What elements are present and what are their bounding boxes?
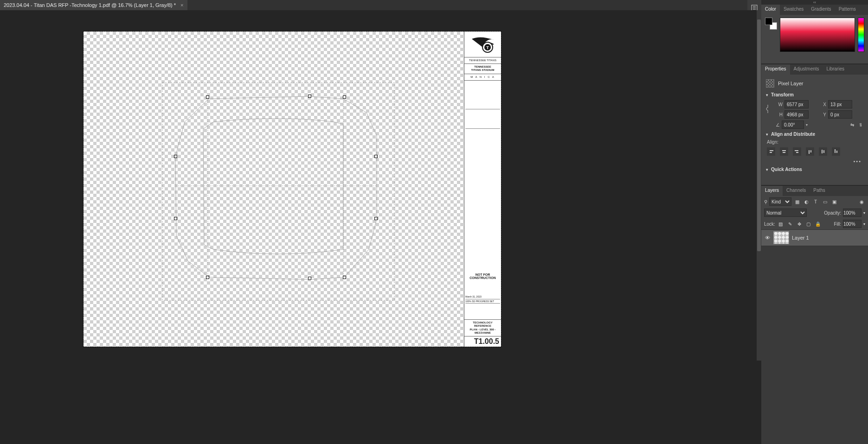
width-input[interactable] <box>784 100 809 108</box>
tab-paths[interactable]: Paths <box>810 186 829 196</box>
layer-name[interactable]: Layer 1 <box>792 235 809 241</box>
chevron-down-icon: ▾ <box>766 167 768 172</box>
selection-handle[interactable] <box>174 217 177 220</box>
scrollbar-thumb[interactable] <box>757 19 761 251</box>
flip-vertical-icon[interactable]: ⥮ <box>859 122 862 127</box>
collapse-dock-button[interactable]: ‹‹ <box>761 0 868 5</box>
artboard[interactable]: T TENNESSEE TITANS TENNESSEE TITANS STAD… <box>84 32 501 347</box>
properties-panel-tabs: Properties Adjustments Libraries <box>761 64 868 75</box>
flip-horizontal-icon[interactable]: ⇋ <box>850 122 854 127</box>
align-hcenter-button[interactable] <box>780 147 788 156</box>
fill-dropdown-icon[interactable]: ▾ <box>863 222 865 226</box>
align-left-button[interactable] <box>767 147 775 156</box>
chevron-down-icon: ▾ <box>766 93 768 97</box>
align-top-button[interactable] <box>806 147 814 156</box>
hue-slider[interactable] <box>858 18 864 52</box>
y-label: Y <box>821 112 826 117</box>
filter-smart-icon[interactable]: ▣ <box>830 198 838 205</box>
layer-row[interactable]: 👁 Layer 1 <box>761 229 868 246</box>
align-section-header[interactable]: ▾ Align and Distribute <box>761 130 868 139</box>
opacity-label: Opacity: <box>824 210 841 216</box>
search-icon[interactable]: ⚲ <box>764 199 767 204</box>
y-input[interactable] <box>828 110 852 119</box>
svg-text:T: T <box>486 45 489 50</box>
fill-input[interactable] <box>843 220 862 228</box>
lock-artboard-icon[interactable]: ▢ <box>805 220 812 228</box>
team-logo: T <box>464 32 501 57</box>
document-tab-bar: 2023.04.04 - Titan DAS RFP -Technology 1… <box>0 0 868 10</box>
filter-adjust-icon[interactable]: ◐ <box>803 198 810 205</box>
foreground-color-swatch[interactable] <box>765 18 772 25</box>
filter-shape-icon[interactable]: ▭ <box>821 198 829 205</box>
tb-org: TENNESSEE TITANS <box>464 57 501 64</box>
tab-gradients[interactable]: Gradients <box>807 5 835 15</box>
lock-position-icon[interactable]: ✥ <box>796 220 803 228</box>
close-tab-icon[interactable]: × <box>180 2 183 8</box>
align-vcenter-button[interactable] <box>819 147 827 156</box>
lock-pixels-icon[interactable]: ✎ <box>786 220 794 228</box>
align-bottom-button[interactable] <box>832 147 840 156</box>
layer-kind-icon <box>766 79 774 88</box>
tb-project: TENNESSEE TITANS STADIUM <box>464 64 501 74</box>
lock-label: Lock: <box>764 222 775 227</box>
document-tab-title: 2023.04.04 - Titan DAS RFP -Technology 1… <box>4 2 176 8</box>
tab-adjustments[interactable]: Adjustments <box>790 64 823 75</box>
align-right-button[interactable] <box>793 147 801 156</box>
layer-type-row: Pixel Layer <box>761 76 868 90</box>
layers-panel: ⚲ Kind ▦ ◐ T ▭ ▣ ◉ Normal Opacity: ▾ Loc… <box>761 196 868 444</box>
selection-handle[interactable] <box>343 276 346 279</box>
opacity-dropdown-icon[interactable]: ▾ <box>863 211 865 215</box>
w-label: W <box>777 102 783 107</box>
visibility-icon[interactable]: 👁 <box>764 235 771 241</box>
lock-all-icon[interactable]: 🔒 <box>814 220 822 228</box>
filter-type-icon[interactable]: T <box>812 198 819 205</box>
angle-input[interactable] <box>782 121 804 129</box>
lock-transparency-icon[interactable]: ▨ <box>777 220 784 228</box>
link-wh-icon[interactable] <box>764 102 772 117</box>
align-more-button[interactable]: ••• <box>761 158 868 165</box>
tab-properties[interactable]: Properties <box>761 64 790 75</box>
document-tab[interactable]: 2023.04.04 - Titan DAS RFP -Technology 1… <box>0 0 187 10</box>
title-block: T TENNESSEE TITANS TENNESSEE TITANS STAD… <box>464 32 501 347</box>
selection-handle[interactable] <box>374 155 378 158</box>
lock-row: Lock: ▨ ✎ ✥ ▢ 🔒 Fill: ▾ <box>761 218 868 229</box>
canvas-vertical-scrollbar[interactable] <box>757 10 761 361</box>
tab-patterns[interactable]: Patterns <box>835 5 860 15</box>
selection-handle[interactable] <box>174 155 177 158</box>
layer-thumbnail[interactable] <box>773 231 789 244</box>
blend-mode-select[interactable]: Normal <box>764 209 807 217</box>
color-spectrum[interactable] <box>780 18 855 52</box>
properties-panel: Pixel Layer ▾ Transform W X H <box>761 75 868 185</box>
tab-color[interactable]: Color <box>761 5 780 15</box>
tab-layers[interactable]: Layers <box>761 186 783 196</box>
filter-toggle-icon[interactable]: ◉ <box>858 198 865 205</box>
layer-filter-select[interactable]: Kind <box>769 197 791 206</box>
x-input[interactable] <box>828 100 852 108</box>
x-label: X <box>821 102 826 107</box>
tab-channels[interactable]: Channels <box>783 186 810 196</box>
canvas-workspace: T TENNESSEE TITANS TENNESSEE TITANS STAD… <box>0 10 761 444</box>
align-label: Align: <box>767 140 778 145</box>
selection-handle[interactable] <box>206 95 209 99</box>
tab-swatches[interactable]: Swatches <box>780 5 807 15</box>
angle-dropdown-icon[interactable]: ▾ <box>806 123 808 127</box>
selection-handle[interactable] <box>206 276 209 279</box>
tb-notes: NOT FOR CONSTRUCTION March 31, 2023 100%… <box>464 81 501 320</box>
canvas-stage[interactable]: T TENNESSEE TITANS TENNESSEE TITANS STAD… <box>0 10 757 361</box>
layer-kind-label: Pixel Layer <box>778 81 803 86</box>
transform-section-header[interactable]: ▾ Transform <box>761 90 868 99</box>
blend-row: Normal Opacity: ▾ <box>761 207 868 218</box>
layers-empty-area <box>761 246 868 444</box>
angle-icon: ∠ <box>774 122 780 127</box>
height-input[interactable] <box>784 110 809 119</box>
selection-handle[interactable] <box>308 95 311 98</box>
opacity-input[interactable] <box>843 209 862 217</box>
tb-date: March 31, 2023 <box>465 295 500 298</box>
selection-handle[interactable] <box>308 277 311 280</box>
filter-pixel-icon[interactable]: ▦ <box>793 198 801 205</box>
selection-handle[interactable] <box>343 95 346 99</box>
selection-handle[interactable] <box>374 217 378 220</box>
quick-actions-header[interactable]: ▾ Quick Actions <box>761 165 868 174</box>
tab-libraries[interactable]: Libraries <box>823 64 848 75</box>
fg-bg-swatches[interactable] <box>765 18 777 30</box>
